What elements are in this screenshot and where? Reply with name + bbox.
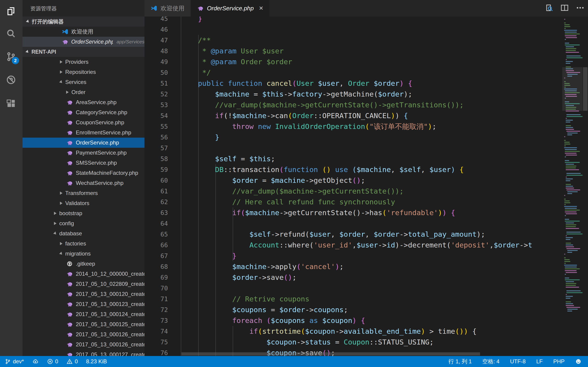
code-line[interactable]: 54 if(!$machine->can(Order::OPERATION_CA… [145, 110, 562, 121]
code-line[interactable]: 46 [145, 24, 562, 35]
tree-item[interactable]: OrderService.php [23, 138, 145, 148]
tree-item[interactable]: WechatService.php [23, 178, 145, 188]
status-item-warning[interactable]: 0 [66, 358, 78, 365]
code-line[interactable]: 50 */ [145, 67, 562, 78]
source-control-icon[interactable]: 2 [6, 51, 17, 62]
tree-item[interactable]: PaymentService.php [23, 148, 145, 158]
code-line[interactable]: 69 $order->save(); [145, 272, 562, 283]
tree-item[interactable]: 2014_10_12_000000_create_use... [23, 269, 145, 279]
line-number: 66 [145, 240, 168, 250]
open-preview-icon[interactable] [544, 3, 553, 13]
close-tab-icon[interactable]: ✕ [259, 5, 263, 11]
status-item[interactable]: LF [536, 358, 543, 365]
code-line[interactable]: 60 $order = $machine->getObject(); [145, 175, 562, 186]
status-item[interactable]: PHP [553, 358, 565, 365]
tree-item[interactable]: Order [23, 87, 145, 97]
line-number: 56 [145, 132, 168, 143]
code-line[interactable]: 48 * @param User $user [145, 46, 562, 56]
horizontal-scrollbar[interactable] [182, 352, 480, 356]
tree-item[interactable]: StateMachineFactory.php [23, 168, 145, 178]
code-line[interactable]: 47 /** [145, 35, 562, 46]
code-text: public function cancel(User $user, Order… [168, 78, 412, 89]
code-line[interactable]: 67 } [145, 250, 562, 261]
code-editor[interactable]: 45 }4647 /**48 * @param User $user49 * @… [145, 17, 588, 356]
code-line[interactable]: 73 foreach ($coupons as $coupon) { [145, 315, 562, 326]
open-editors-header[interactable]: 打开的编辑器 [23, 17, 145, 27]
code-line[interactable]: 74 if(strtotime($coupon->available_end_t… [145, 326, 562, 337]
code-line[interactable]: 59 DB::transaction(function () use ($mac… [145, 164, 562, 175]
status-item[interactable]: 8.23 KiB [86, 358, 107, 365]
tree-item[interactable]: Providers [23, 57, 145, 67]
tree-item[interactable]: config [23, 218, 145, 228]
status-item-error[interactable]: 0 [47, 358, 58, 365]
code-line[interactable]: 58 $self = $this; [145, 153, 562, 164]
status-item-cloud-upload[interactable] [32, 358, 39, 365]
code-line[interactable]: 72 $coupons = $order->coupons; [145, 304, 562, 315]
tree-item[interactable]: database [23, 228, 145, 239]
code-line[interactable]: 61 //var_dump($machine->getCurrentState(… [145, 186, 562, 197]
vertical-scrollbar[interactable] [583, 67, 588, 111]
tree-item[interactable]: SMSService.php [23, 158, 145, 168]
tree-item[interactable]: EnrollmentService.php [23, 127, 145, 138]
tree-item[interactable]: 2017_05_13_000120_create_acc... [23, 289, 145, 299]
tree-item[interactable]: Transformers [23, 188, 145, 198]
line-number: 68 [145, 261, 168, 272]
tree-item[interactable]: 2017_05_13_000127_create_coll... [23, 350, 145, 356]
tree-item[interactable]: Repositories [23, 67, 145, 77]
tree-item[interactable]: 2017_05_13_000125_create_are... [23, 319, 145, 329]
tree-item[interactable]: 2017_05_13_000126_create_cat... [23, 340, 145, 350]
code-line[interactable]: 75 $coupon->status = Coupon::STATUS_USIN… [145, 337, 562, 348]
status-item[interactable]: UTF-8 [510, 358, 526, 365]
more-actions-icon[interactable] [576, 3, 585, 13]
tree-item[interactable]: 2017_05_13_000123_create_add... [23, 299, 145, 309]
tree-item[interactable]: CouponService.php [23, 117, 145, 127]
open-editor-item[interactable]: OrderService.phpapp/Services [23, 37, 145, 47]
split-editor-icon[interactable] [560, 3, 569, 13]
tree-item[interactable]: Validators [23, 198, 145, 208]
debug-icon[interactable] [6, 75, 17, 85]
code-line[interactable]: 63 if($machine->getCurrentState()->has('… [145, 207, 562, 218]
tab-OrderService.php[interactable]: OrderService.php✕ [191, 0, 270, 17]
tree-item[interactable]: factories [23, 239, 145, 249]
line-number: 61 [145, 186, 168, 197]
tree-item[interactable]: migrations [23, 249, 145, 259]
code-line[interactable]: 70 [145, 283, 562, 294]
tree-item[interactable]: .gitkeep [23, 259, 145, 269]
code-lines[interactable]: 45 }4647 /**48 * @param User $user49 * @… [145, 17, 562, 356]
tree-item[interactable]: 2017_05_13_000124_create_are... [23, 309, 145, 319]
code-line[interactable]: 49 * @param Order $order [145, 56, 562, 67]
code-line[interactable]: 56 } [145, 132, 562, 143]
code-line[interactable]: 45 } [145, 17, 562, 24]
tree-item[interactable]: 2017_05_10_022809_create_pro... [23, 279, 145, 289]
code-line[interactable]: 66 Account::where('user_id',$user->id)->… [145, 240, 562, 250]
line-number: 52 [145, 89, 168, 100]
code-line[interactable]: 71 // Retrive coupons [145, 294, 562, 304]
status-item[interactable]: 空格: 4 [482, 358, 500, 365]
status-item[interactable]: 行 1, 列 1 [449, 358, 472, 365]
minimap-slider[interactable] [562, 67, 582, 111]
tree-item[interactable]: CategoryService.php [23, 107, 145, 117]
line-number: 55 [145, 121, 168, 132]
tree-item[interactable]: 2017_05_13_000126_create_car... [23, 329, 145, 340]
status-item-smiley[interactable] [575, 358, 582, 365]
tree-item[interactable]: AreaService.php [23, 97, 145, 107]
open-editor-item[interactable]: 欢迎使用 [23, 27, 145, 37]
code-line[interactable]: 62 // Here call refund func synchronousl… [145, 197, 562, 207]
code-text: $self->refund($user, $order, $order->tot… [168, 229, 485, 240]
code-line[interactable]: 53 //var_dump($machine->getCurrentState(… [145, 100, 562, 110]
tree-item[interactable]: Services [23, 77, 145, 87]
code-line[interactable]: 64 [145, 218, 562, 229]
code-line[interactable]: 55 throw new InvalidOrderOperation("该订单不… [145, 121, 562, 132]
code-line[interactable]: 65 $self->refund($user, $order, $order->… [145, 229, 562, 240]
status-item-branch[interactable]: dev* [5, 358, 24, 365]
tree-item[interactable]: bootstrap [23, 208, 145, 218]
folder-section-header[interactable]: RENT-API [23, 47, 145, 57]
tab-欢迎使用[interactable]: 欢迎使用 [145, 0, 191, 17]
search-icon[interactable] [6, 28, 17, 39]
code-line[interactable]: 51 public function cancel(User $user, Or… [145, 78, 562, 89]
code-line[interactable]: 68 $machine->apply('cancel'); [145, 261, 562, 272]
extensions-icon[interactable] [6, 98, 17, 109]
explorer-icon[interactable] [6, 6, 17, 17]
code-line[interactable]: 57 [145, 143, 562, 153]
code-line[interactable]: 52 $machine = $this->factory->getMachine… [145, 89, 562, 100]
